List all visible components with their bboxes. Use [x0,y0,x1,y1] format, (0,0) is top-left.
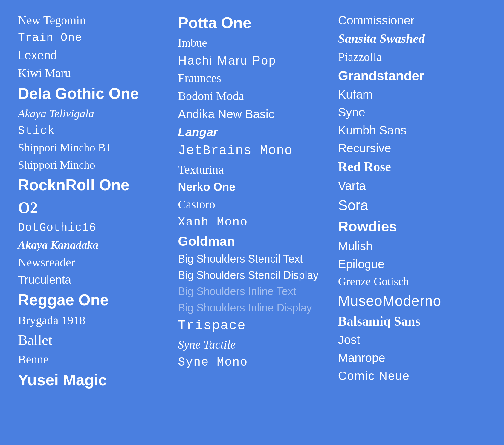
column-3: CommissionerSansita SwashedPiazzollaGran… [332,9,492,394]
font-item[interactable]: Reggae One [18,289,166,311]
font-item[interactable]: RocknRoll One [18,174,166,196]
font-item[interactable]: Fraunces [178,70,326,87]
font-item[interactable]: Varta [338,177,486,194]
font-item[interactable]: Rowdies [338,217,486,237]
font-item[interactable]: Big Shoulders Inline Text [178,284,326,299]
font-item[interactable]: Akaya Kanadaka [18,237,166,253]
font-item[interactable]: Jost [338,332,486,348]
font-item[interactable]: Newsreader [18,254,166,271]
font-item[interactable]: Sora [338,195,486,215]
font-item[interactable]: Potta One [178,12,326,34]
font-item[interactable]: Kufam [338,86,486,103]
font-item[interactable]: Kiwi Maru [18,65,166,82]
font-item[interactable]: Texturina [178,161,326,178]
font-item[interactable]: Syne Mono [178,354,326,371]
font-item[interactable]: Manrope [338,349,486,366]
font-item[interactable]: Stick [18,123,166,139]
font-item[interactable]: Grenze Gotisch [338,274,486,289]
font-item[interactable]: Commissioner [338,12,486,29]
font-item[interactable]: Xanh Mono [178,214,326,231]
font-item[interactable]: Piazzolla [338,49,486,65]
font-item[interactable]: Bodoni Moda [178,88,326,105]
font-item[interactable]: JetBrains Mono [178,142,326,160]
font-item[interactable]: Balsamiq Sans [338,312,486,331]
font-item[interactable]: O2 [18,197,166,219]
font-item[interactable]: Mulish [338,238,486,254]
font-item[interactable]: Brygada 1918 [18,312,166,329]
font-item[interactable]: Imbue [178,35,326,51]
font-item[interactable]: Big Shoulders Stencil Text [178,251,326,266]
font-item[interactable]: Langar [178,124,326,140]
font-item[interactable]: Train One [18,30,166,46]
column-2: Potta OneImbueHachi Maru PopFrauncesBodo… [172,9,332,394]
font-item[interactable]: Castoro [178,196,326,213]
font-item[interactable]: DotGothic16 [18,220,166,236]
font-item[interactable]: Truculenta [18,272,166,288]
font-item[interactable]: Kumbh Sans [338,122,486,139]
font-item[interactable]: Syne Tactile [178,336,326,353]
font-item[interactable]: Recursive [338,140,486,156]
font-item[interactable]: New Tegomin [18,12,166,29]
font-item[interactable]: Shippori Mincho B1 [18,140,166,156]
font-item[interactable]: Benne [18,351,166,368]
font-item[interactable]: Big Shoulders Inline Display [178,300,326,315]
font-item[interactable]: Goldman [178,232,326,251]
font-item[interactable]: Trispace [178,317,326,335]
font-item[interactable]: Comic Neue [338,367,486,384]
font-list: New TegominTrain OneLexendKiwi MaruDela … [12,9,492,394]
font-item[interactable]: Sansita Swashed [338,30,486,47]
font-item[interactable]: Nerko One [178,179,326,195]
font-item[interactable]: Ballet [18,330,166,350]
font-item[interactable]: Lexend [18,47,166,64]
font-item[interactable]: Yusei Magic [18,369,166,391]
font-item[interactable]: Dela Gothic One [18,83,166,105]
font-item[interactable]: Andika New Basic [178,106,326,122]
font-item[interactable]: Grandstander [338,67,486,85]
font-item[interactable]: Red Rose [338,158,486,176]
column-1: New TegominTrain OneLexendKiwi MaruDela … [12,9,172,394]
font-item[interactable]: MuseoModerno [338,291,486,311]
font-item[interactable]: Akaya Telivigala [18,106,166,122]
font-item[interactable]: Shippori Mincho [18,157,166,173]
font-item[interactable]: Hachi Maru Pop [178,52,326,69]
font-item[interactable]: Big Shoulders Stencil Display [178,268,326,283]
font-item[interactable]: Epilogue [338,256,486,272]
font-item[interactable]: Syne [338,104,486,121]
